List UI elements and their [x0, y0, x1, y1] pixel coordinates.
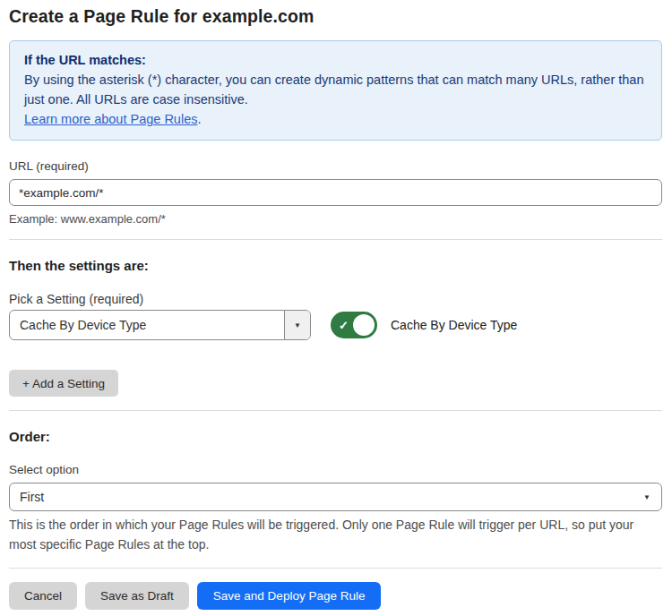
setting-controls-row: Cache By Device Type ▼ ✓ Cache By Device…: [9, 310, 662, 340]
info-box-heading: If the URL matches:: [24, 50, 647, 70]
divider: [9, 410, 662, 411]
form-actions: Cancel Save as Draft Save and Deploy Pag…: [9, 582, 662, 610]
divider: [9, 239, 662, 240]
info-box-body: By using the asterisk (*) character, you…: [24, 70, 647, 109]
url-example-text: Example: www.example.com/*: [9, 212, 662, 226]
order-select-value: First: [20, 490, 643, 504]
setting-dropdown-value: Cache By Device Type: [10, 311, 284, 339]
save-as-draft-button[interactable]: Save as Draft: [85, 582, 189, 610]
select-option-label: Select option: [9, 463, 662, 476]
divider: [9, 568, 662, 569]
pick-setting-label: Pick a Setting (required): [9, 292, 662, 306]
save-and-deploy-button[interactable]: Save and Deploy Page Rule: [197, 582, 382, 610]
settings-section-heading: Then the settings are:: [9, 258, 662, 273]
setting-dropdown[interactable]: Cache By Device Type ▼: [9, 310, 311, 340]
check-icon: ✓: [339, 319, 349, 332]
order-helper-text: This is the order in which your Page Rul…: [9, 516, 662, 554]
chevron-down-icon: ▼: [294, 321, 301, 329]
cache-by-device-type-toggle[interactable]: ✓: [331, 312, 377, 338]
chevron-down-icon: ▼: [643, 493, 650, 501]
link-suffix: .: [197, 112, 201, 126]
info-box-link-line: Learn more about Page Rules.: [24, 109, 647, 129]
url-match-info-box: If the URL matches: By using the asteris…: [9, 40, 662, 141]
url-field-label: URL (required): [9, 159, 662, 173]
toggle-label: Cache By Device Type: [391, 318, 517, 332]
page-title: Create a Page Rule for example.com: [9, 0, 662, 27]
setting-dropdown-arrow-button[interactable]: ▼: [284, 311, 310, 339]
cancel-button[interactable]: Cancel: [9, 582, 77, 610]
learn-more-link[interactable]: Learn more about Page Rules: [24, 112, 197, 126]
order-select[interactable]: First ▼: [9, 483, 662, 511]
page-rule-form: Create a Page Rule for example.com If th…: [0, 0, 672, 610]
toggle-knob: [353, 314, 375, 336]
add-setting-button[interactable]: + Add a Setting: [9, 370, 118, 397]
order-section-heading: Order:: [9, 429, 662, 444]
url-input[interactable]: [9, 179, 662, 206]
